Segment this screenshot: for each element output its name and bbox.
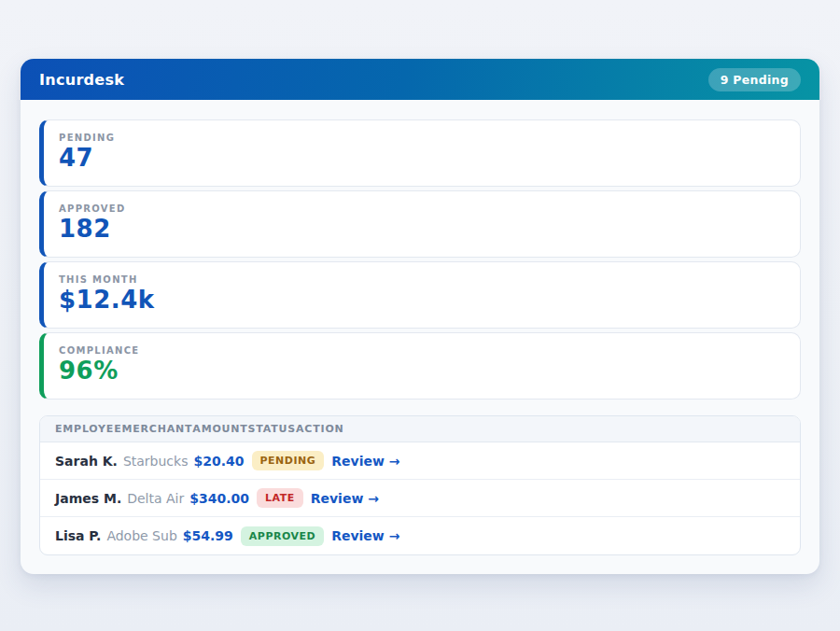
app-body: PENDING 47 APPROVED 182 THIS MONTH $12.4… xyxy=(21,100,819,574)
stat-card-this-month: THIS MONTH $12.4k xyxy=(39,261,801,329)
stat-value: 96% xyxy=(59,358,785,385)
expense-amount: $20.40 xyxy=(193,454,244,469)
column-header-action: ACTION xyxy=(296,423,344,435)
stat-label: APPROVED xyxy=(59,203,785,214)
merchant-name: Delta Air xyxy=(127,491,184,506)
table-row: James M. Delta Air $340.00 LATE Review → xyxy=(40,480,800,517)
status-badge: APPROVED xyxy=(241,526,324,546)
status-badge: LATE xyxy=(257,488,303,508)
expense-amount: $340.00 xyxy=(189,491,249,506)
table-row: Lisa P. Adobe Sub $54.99 APPROVED Review… xyxy=(40,517,800,554)
review-link[interactable]: Review → xyxy=(331,454,399,469)
column-header-status: STATUS xyxy=(248,423,296,435)
pending-count-badge: 9 Pending xyxy=(708,68,801,91)
table-row: Sarah K. Starbucks $20.40 PENDING Review… xyxy=(40,442,800,480)
column-header-amount: AMOUNT xyxy=(192,423,247,435)
stat-value: 47 xyxy=(59,145,785,172)
stat-value: 182 xyxy=(59,216,785,243)
employee-name: Lisa P. xyxy=(55,528,101,543)
stat-value: $12.4k xyxy=(59,287,785,314)
column-header-employee: EMPLOYEE xyxy=(55,423,122,435)
app-title: Incurdesk xyxy=(39,71,124,89)
merchant-name: Adobe Sub xyxy=(106,528,176,543)
expense-table: EMPLOYEEMERCHANTAMOUNTSTATUSACTION Sarah… xyxy=(39,415,801,555)
stat-label: THIS MONTH xyxy=(59,274,785,285)
status-badge: PENDING xyxy=(252,451,325,470)
review-link[interactable]: Review → xyxy=(331,528,399,543)
stat-label: PENDING xyxy=(59,133,785,143)
employee-name: James M. xyxy=(55,491,121,506)
stat-card-approved: APPROVED 182 xyxy=(39,190,801,258)
column-header-merchant: MERCHANT xyxy=(122,423,193,435)
review-link[interactable]: Review → xyxy=(311,491,379,506)
stat-label: COMPLIANCE xyxy=(59,345,785,356)
stat-card-compliance: COMPLIANCE 96% xyxy=(39,332,801,400)
merchant-name: Starbucks xyxy=(123,454,189,469)
employee-name: Sarah K. xyxy=(55,454,118,469)
app-header: Incurdesk 9 Pending xyxy=(21,59,819,100)
incurdesk-app-card: Incurdesk 9 Pending PENDING 47 APPROVED … xyxy=(21,59,819,574)
expense-amount: $54.99 xyxy=(183,528,233,543)
stat-card-pending: PENDING 47 xyxy=(39,119,801,187)
table-header-row: EMPLOYEEMERCHANTAMOUNTSTATUSACTION xyxy=(40,416,800,442)
